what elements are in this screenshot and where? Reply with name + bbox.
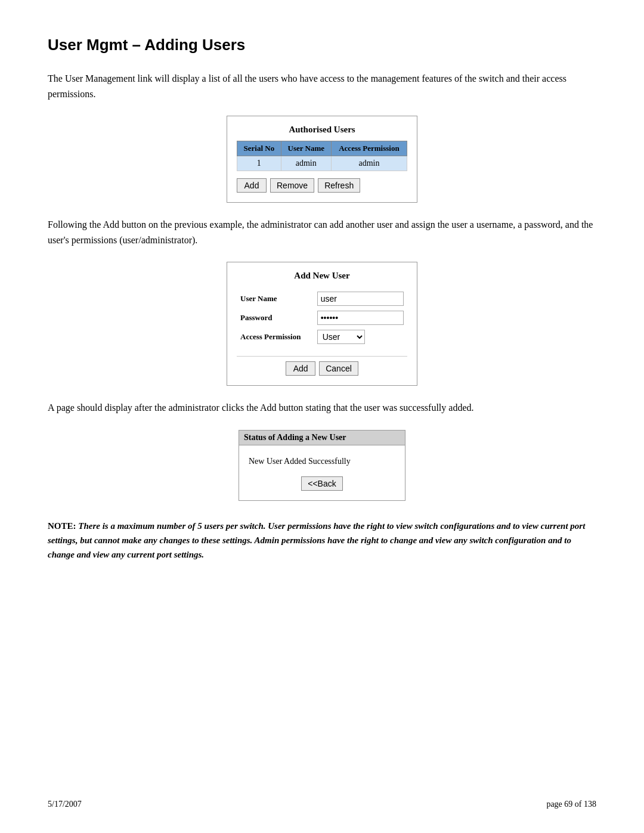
add-user-panel: Add New User User Name Password Access P… xyxy=(227,262,417,386)
back-button[interactable]: <<Back xyxy=(301,476,342,491)
cell-serial: 1 xyxy=(237,156,281,171)
remove-button[interactable]: Remove xyxy=(270,178,314,193)
add-user-button[interactable]: Add xyxy=(286,361,315,376)
footer-date: 5/17/2007 xyxy=(48,800,82,809)
username-input-cell xyxy=(314,289,407,308)
username-label: User Name xyxy=(237,289,314,308)
intro-para-1: The User Management link will display a … xyxy=(48,71,596,101)
footer-page-info: page 69 of 138 xyxy=(546,800,596,809)
add-user-form-table: User Name Password Access Permission xyxy=(237,289,407,346)
status-button-row: <<Back xyxy=(249,476,395,491)
auth-users-wrapper: Authorised Users Serial No User Name Acc… xyxy=(48,116,596,203)
password-row: Password xyxy=(237,308,407,327)
cell-access: admin xyxy=(331,156,407,171)
password-input[interactable] xyxy=(317,311,404,325)
note-section: NOTE: There is a maximum number of 5 use… xyxy=(48,519,596,562)
cell-username: admin xyxy=(281,156,331,171)
col-serial: Serial No xyxy=(237,141,281,156)
status-panel: Status of Adding a New User New User Add… xyxy=(239,430,405,501)
add-user-button-row: Add Cancel xyxy=(237,361,407,376)
access-label: Access Permission xyxy=(237,327,314,346)
status-title: Status of Adding a New User xyxy=(239,431,405,445)
access-row: Access Permission User Admin xyxy=(237,327,407,346)
add-user-title: Add New User xyxy=(237,271,407,281)
status-message: New User Added Successfully xyxy=(249,455,395,468)
access-permission-select[interactable]: User Admin xyxy=(317,330,365,344)
auth-users-panel: Authorised Users Serial No User Name Acc… xyxy=(227,116,417,203)
status-wrapper: Status of Adding a New User New User Add… xyxy=(48,430,596,501)
col-access: Access Permission xyxy=(331,141,407,156)
password-label: Password xyxy=(237,308,314,327)
add-button[interactable]: Add xyxy=(237,178,267,193)
username-row: User Name xyxy=(237,289,407,308)
password-input-cell xyxy=(314,308,407,327)
auth-users-title: Authorised Users xyxy=(237,125,407,135)
table-row: 1 admin admin xyxy=(237,156,407,171)
refresh-button[interactable]: Refresh xyxy=(318,178,360,193)
footer: 5/17/2007 page 69 of 138 xyxy=(48,800,596,809)
auth-button-row: Add Remove Refresh xyxy=(237,178,407,193)
intro-para-2: Following the Add button on the previous… xyxy=(48,217,596,247)
cancel-button[interactable]: Cancel xyxy=(319,361,358,376)
add-user-wrapper: Add New User User Name Password Access P… xyxy=(48,262,596,386)
col-username: User Name xyxy=(281,141,331,156)
note-label: NOTE: xyxy=(48,521,76,531)
page-title: User Mgmt – Adding Users xyxy=(48,36,596,54)
username-input[interactable] xyxy=(317,292,404,306)
auth-users-table: Serial No User Name Access Permission 1 … xyxy=(237,141,407,171)
intro-para-3: A page should display after the administ… xyxy=(48,400,596,416)
note-text: There is a maximum number of 5 users per… xyxy=(48,521,585,559)
access-select-cell: User Admin xyxy=(314,327,407,346)
